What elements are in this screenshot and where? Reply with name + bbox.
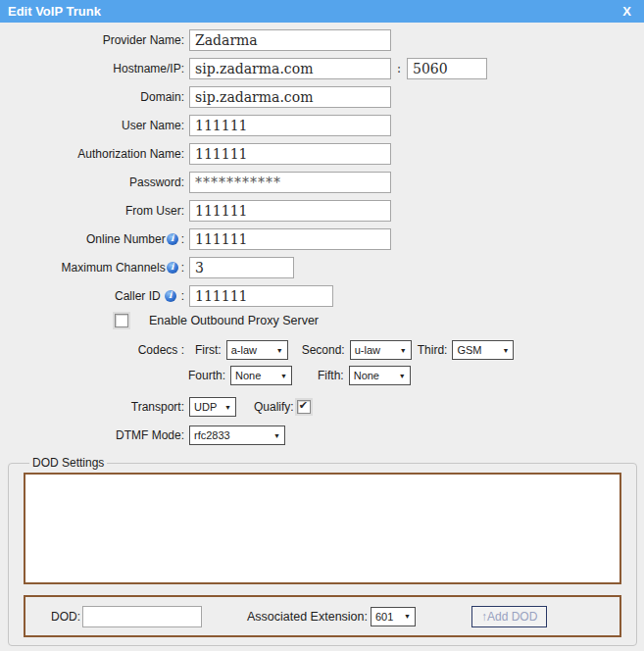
transport-label: Transport: — [0, 400, 189, 414]
online-number-input[interactable] — [189, 228, 391, 250]
associated-extension-label: Associated Extension: — [247, 610, 368, 624]
codec-third-label: Third: — [418, 343, 448, 357]
field-row-online-number: Online Number: — [0, 228, 644, 250]
from-user-input[interactable] — [189, 200, 391, 222]
info-icon[interactable] — [167, 262, 178, 274]
dod-label: DOD: — [51, 610, 80, 624]
dtmf-mode-row: DTMF Mode: rfc2833 — [0, 425, 644, 446]
codecs-row-1: Codecs : First: a-law Second: u-law Thir… — [0, 339, 644, 361]
field-row-provider: Provider Name: — [0, 29, 644, 51]
field-row-max-channels: Maximum Channels: — [0, 257, 644, 278]
transport-row: Transport: UDP Qualify: — [0, 396, 644, 418]
outbound-proxy-checkbox[interactable] — [115, 314, 128, 327]
outbound-proxy-label: Enable Outbound Proxy Server — [149, 314, 319, 327]
field-row-password: Password: — [0, 172, 644, 193]
caller-id-label: Caller ID: — [0, 289, 189, 303]
info-icon[interactable] — [165, 290, 176, 302]
domain-label: Domain: — [0, 90, 189, 104]
dialog-title: Edit VoIP Trunk — [8, 4, 101, 19]
dod-settings-legend: DOD Settings — [29, 456, 107, 470]
dod-settings-group: DOD Settings DOD: Associated Extension: … — [8, 456, 637, 646]
authorization-name-input[interactable] — [189, 143, 391, 165]
authorization-name-label: Authorization Name: — [0, 147, 189, 161]
transport-select[interactable]: UDP — [189, 397, 236, 417]
dod-list-area — [24, 473, 621, 584]
password-label: Password: — [0, 175, 189, 189]
caller-id-input[interactable] — [189, 285, 333, 307]
hostname-label: Hostname/IP: — [0, 62, 189, 75]
outbound-proxy-row: Enable Outbound Proxy Server — [0, 314, 644, 327]
field-row-hostname: Hostname/IP: : — [0, 58, 644, 79]
maximum-channels-label: Maximum Channels: — [0, 261, 189, 275]
hostname-input[interactable] — [189, 58, 391, 79]
dod-input[interactable] — [82, 606, 202, 627]
field-row-caller-id: Caller ID: — [0, 285, 644, 307]
codec-first-label: First: — [195, 343, 222, 357]
qualify-checkbox[interactable] — [297, 400, 311, 414]
provider-name-label: Provider Name: — [0, 33, 189, 47]
field-row-username: User Name: — [0, 115, 644, 136]
codec-fifth-select[interactable]: None — [349, 366, 411, 385]
title-bar: Edit VoIP Trunk X — [0, 0, 644, 23]
codecs-row-2: Fourth: None Fifth: None — [0, 365, 644, 386]
trunk-form: Provider Name: Hostname/IP: : Domain: Us… — [0, 23, 644, 646]
port-input[interactable] — [407, 58, 487, 79]
codec-first-select[interactable]: a-law — [226, 340, 288, 360]
info-icon[interactable] — [167, 233, 178, 245]
codec-fifth-label: Fifth: — [318, 369, 344, 382]
codec-second-select[interactable]: u-law — [350, 340, 412, 360]
close-icon[interactable]: X — [622, 4, 631, 19]
provider-name-input[interactable] — [189, 29, 391, 51]
port-separator: : — [397, 62, 401, 75]
associated-extension-select[interactable]: 601 — [371, 607, 416, 626]
dtmf-mode-select[interactable]: rfc2833 — [189, 426, 285, 445]
online-number-label: Online Number: — [0, 232, 189, 246]
dod-entry-bar: DOD: Associated Extension: 601 ↑Add DOD — [24, 595, 621, 637]
qualify-label: Qualify: — [254, 400, 294, 414]
user-name-label: User Name: — [0, 119, 189, 132]
codec-second-label: Second: — [302, 343, 345, 357]
dtmf-mode-label: DTMF Mode: — [0, 428, 189, 442]
maximum-channels-input[interactable] — [189, 257, 294, 278]
password-input[interactable] — [189, 172, 391, 193]
codecs-label: Codecs : — [0, 343, 189, 357]
edit-voip-trunk-dialog: Edit VoIP Trunk X Provider Name: Hostnam… — [0, 0, 644, 646]
field-row-authname: Authorization Name: — [0, 143, 644, 165]
codec-fourth-label: Fourth: — [188, 369, 225, 382]
codec-third-select[interactable]: GSM — [452, 340, 514, 360]
codec-fourth-select[interactable]: None — [230, 366, 292, 385]
add-dod-button[interactable]: ↑Add DOD — [471, 606, 547, 627]
from-user-label: From User: — [0, 204, 189, 218]
user-name-input[interactable] — [189, 115, 391, 136]
domain-input[interactable] — [189, 86, 391, 108]
field-row-domain: Domain: — [0, 86, 644, 108]
field-row-fromuser: From User: — [0, 200, 644, 222]
